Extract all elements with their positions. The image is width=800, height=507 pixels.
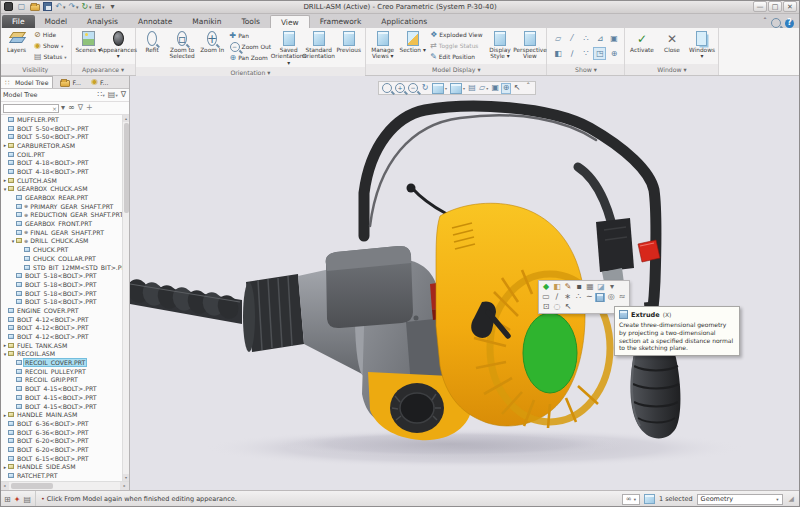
selection-buffer-icon[interactable] — [644, 494, 655, 504]
tree-item[interactable]: CHUCK_COLLAR.PRT — [0, 254, 122, 263]
tab-framework[interactable]: Framework — [310, 15, 372, 28]
engine-housing[interactable] — [436, 203, 610, 428]
tree-item[interactable]: ⊕PRIMARY_GEAR_SHAFT.PRT — [0, 202, 122, 211]
tree-settings-dropdown-icon[interactable]: ▾ — [103, 93, 105, 98]
sketch-spline-button[interactable]: ∼ — [584, 293, 594, 302]
creo-logo-button[interactable] — [3, 1, 14, 13]
status-button[interactable]: ▤Status▾ — [34, 52, 67, 62]
tab-model-tree[interactable]: ∷ Model Tree — [0, 76, 53, 88]
minimize-ribbon-button[interactable]: ˆ — [763, 19, 767, 27]
tree-item[interactable]: BOLT_4-12<BOLT>.PRT — [0, 324, 122, 333]
tree-item[interactable]: BOLT_6-36<BOLT>.PRT — [0, 428, 122, 437]
notifications-button[interactable]: ✦ — [14, 495, 21, 504]
regenerate-button[interactable]: ↻▾ — [81, 1, 92, 13]
tree-item[interactable]: BOLT_6-36<BOLT>.PRT — [0, 419, 122, 428]
redo-button[interactable]: ↷▾ — [68, 1, 79, 13]
graphics-area[interactable]: +−↻▾▾▤▱▾▣⊕↖ˆ ◆◧✎▪▦◪▾▭∕∗∴∼◎≈⊡◌↖ Extrude (… — [130, 76, 800, 490]
tree-item[interactable]: BOLT_4-15<BOLT>.PRT — [0, 402, 122, 411]
axis-tag-display-toggle[interactable]: ∕ — [565, 47, 578, 60]
show-button[interactable]: ◉Show▾ — [34, 41, 67, 51]
ribbon-group-label-show[interactable]: Show ▾ — [547, 64, 624, 75]
tree-search-input[interactable]: × — [3, 104, 59, 113]
csys-display-toggle[interactable]: ⊿ — [593, 32, 606, 45]
edit-position-button[interactable]: ✎Edit Position — [430, 52, 482, 62]
redo-dropdown-icon[interactable]: ▾ — [76, 4, 79, 10]
close-button[interactable]: ✕ — [783, 1, 797, 12]
tree-item[interactable]: RECOIL_PULLEY.PRT — [0, 367, 122, 376]
appearance-palette-button[interactable]: ◧ — [552, 283, 562, 292]
tab-applications[interactable]: Applications — [371, 15, 437, 28]
customize-button[interactable]: ▾ — [107, 1, 118, 13]
tree-item[interactable]: BOLT_5-50<BOLT>.PRT — [0, 124, 122, 133]
vertical-scroll-thumb[interactable] — [124, 123, 129, 213]
zoom-out-button[interactable]: − — [407, 83, 419, 94]
scroll-right-icon[interactable]: ▸ — [120, 482, 129, 490]
tree-item[interactable]: BOLT_5-50<BOLT>.PRT — [0, 132, 122, 141]
pan-zoom-button[interactable]: ⊕Pan Zoom — [230, 53, 272, 63]
zoom-in-button[interactable]: + — [394, 83, 406, 94]
tree-item[interactable]: ⊕FINAL_GEAR_SHAFT.PRT — [0, 228, 122, 237]
tree-item[interactable]: GEARBOX_REAR.PRT — [0, 193, 122, 202]
pan-button[interactable]: ✚Pan — [230, 31, 272, 41]
tab-favorites[interactable]: ◉F... — [87, 76, 112, 88]
add-column-button[interactable]: + — [86, 104, 93, 112]
saved-orientations-button[interactable]: Saved Orientations ▾ — [274, 29, 303, 66]
tree-filter-button[interactable]: ∇ — [121, 91, 126, 99]
window-switch-dropdown-icon[interactable]: ▾ — [102, 4, 105, 10]
revolve-button[interactable]: ◎ — [606, 293, 616, 302]
previous-button[interactable]: Previous — [334, 29, 363, 66]
tree-display-dropdown-icon[interactable]: ▾ — [115, 93, 117, 98]
tree-item[interactable]: BOLT_5-18<BOLT>.PRT — [0, 280, 122, 289]
fuel-cap[interactable] — [390, 383, 444, 433]
annotation-display-button[interactable]: ▣ — [490, 83, 500, 94]
tree-item[interactable]: RECOIL_COVER.PRT — [0, 358, 122, 367]
refit-button[interactable]: Refit — [138, 29, 167, 66]
tree-item[interactable]: BOLT_6-20<BOLT>.PRT — [0, 445, 122, 454]
minimize-button[interactable]: — — [753, 1, 767, 12]
windows-button[interactable]: Windows ▾ — [687, 29, 716, 63]
command-search-button[interactable] — [771, 18, 781, 28]
tree-item[interactable]: ▾GEARBOX_CHUCK.ASM — [0, 185, 122, 194]
exploded-view-button[interactable]: ❖Exploded View — [430, 30, 482, 40]
selection-filter-dropdown[interactable]: Geometry ▾ — [697, 494, 783, 505]
tab-manikin[interactable]: Manikin — [182, 15, 231, 28]
tree-item[interactable]: BOLT_4-15<BOLT>.PRT — [0, 384, 122, 393]
resize-grip[interactable]: ◢ — [787, 495, 794, 503]
tab-folder-browser[interactable]: F... — [56, 76, 84, 88]
eraser-button[interactable]: ▪ — [574, 283, 584, 292]
tree-item[interactable]: ⊕REDUCTION_GEAR_SHAFT.PRT — [0, 211, 122, 220]
air-filter-cover[interactable] — [326, 246, 413, 328]
tree-item[interactable]: RECOIL_GRIP.PRT — [0, 376, 122, 385]
csys-tag-display-toggle[interactable]: ◳ — [593, 47, 606, 60]
show-dropdown-icon[interactable]: ▾ — [61, 44, 63, 49]
help-button[interactable]: ? — [785, 19, 794, 28]
zoom-window-button[interactable]: ⊡ — [541, 303, 551, 312]
scroll-left-icon[interactable]: ◂ — [0, 482, 9, 490]
sweep-button[interactable]: ≈ — [617, 293, 627, 302]
saved-orientations-button[interactable]: ▾ — [449, 83, 466, 94]
section-button[interactable]: Section ▾ — [398, 29, 427, 63]
layers-button[interactable]: Layers — [2, 29, 31, 63]
maximize-button[interactable]: □ — [768, 1, 782, 12]
tree-item[interactable]: ▸CLUTCH.ASM — [0, 176, 122, 185]
tree-item[interactable]: COIL.PRT — [0, 150, 122, 159]
point-tag-display-toggle[interactable]: ∵ — [579, 47, 592, 60]
tree-item[interactable]: ▸HANDLE_MAIN.ASM — [0, 410, 122, 419]
tree-vertical-scrollbar[interactable]: ▴ ▾ — [122, 115, 129, 481]
tree-item[interactable]: BOLT_4-15<BOLT>.PRT — [0, 393, 122, 402]
tree-item[interactable]: BOLT_6-15<BOLT>.PRT — [0, 454, 122, 463]
tree-item[interactable]: MUFFLER.PRT — [0, 115, 122, 124]
tree-item[interactable]: BOLT_6-20<BOLT>.PRT — [0, 436, 122, 445]
refit-button[interactable] — [381, 83, 393, 94]
plane-display-toggle[interactable]: ▱ — [551, 32, 564, 45]
tree-item[interactable]: BOLT_5-18<BOLT>.PRT — [0, 297, 122, 306]
hide-button[interactable]: ⊘Hide — [34, 30, 67, 40]
regenerate-dropdown-icon[interactable]: ▾ — [89, 4, 92, 10]
spin-center-toggle[interactable]: ⊕ — [607, 47, 620, 60]
tree-item[interactable]: ▾RECOIL.ASM — [0, 350, 122, 359]
ribbon-group-label-appearance[interactable]: Appearance ▾ — [72, 64, 135, 75]
sketch-circle-button[interactable]: ◌ — [552, 303, 562, 312]
tree-item[interactable]: BOLT_4-18<BOLT>.PRT — [0, 158, 122, 167]
tree-item[interactable]: CHUCK.PRT — [0, 245, 122, 254]
sketch-rect-button[interactable]: ▭ — [541, 293, 551, 302]
